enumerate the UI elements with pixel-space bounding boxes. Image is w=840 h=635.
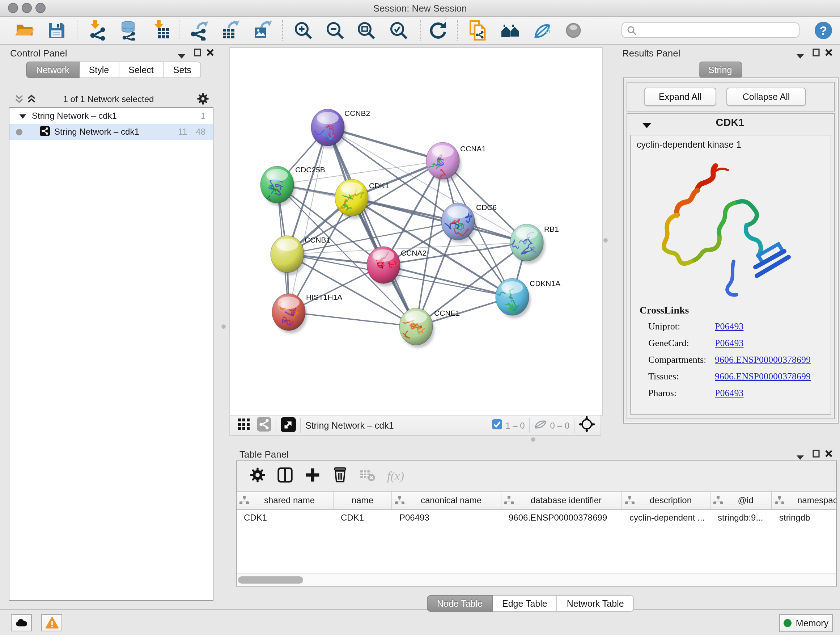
table-cell[interactable]: CDK1 bbox=[333, 513, 392, 523]
selected-checkbox-icon[interactable] bbox=[492, 419, 502, 432]
collapse-all-networks-icon[interactable] bbox=[14, 94, 24, 106]
cloud-status-button[interactable] bbox=[11, 614, 32, 631]
warning-status-button[interactable] bbox=[41, 614, 62, 631]
collection-expand-icon[interactable] bbox=[19, 111, 26, 121]
tab-edge-table[interactable]: Edge Table bbox=[493, 595, 557, 612]
show-columns-icon[interactable] bbox=[277, 467, 293, 485]
node-CCNA2[interactable]: CCNA2 bbox=[367, 247, 426, 287]
import-network-file-icon[interactable] bbox=[88, 20, 108, 41]
network-canvas[interactable]: CCNB2CCNA1CDC25BCDK1CDC6RB1CCNB1CCNA2CDK… bbox=[229, 47, 603, 416]
right-splitter-handle[interactable] bbox=[603, 238, 608, 242]
column-type-icon bbox=[775, 496, 784, 505]
results-panel-menu-icon[interactable] bbox=[797, 51, 804, 61]
network-row-selected[interactable]: String Network – cdk1 11 48 bbox=[9, 124, 213, 140]
hide-eye-icon[interactable] bbox=[532, 20, 552, 41]
expand-all-networks-icon[interactable] bbox=[27, 94, 36, 106]
zoom-selected-icon[interactable] bbox=[388, 20, 409, 41]
table-body[interactable]: CDK1CDK1P064939606.ENSP00000378699cyclin… bbox=[237, 510, 836, 573]
search-input[interactable] bbox=[622, 22, 799, 38]
table-panel-title: Table Panel bbox=[240, 449, 289, 460]
table-cell[interactable]: cyclin-dependent ... bbox=[622, 513, 711, 523]
add-column-icon[interactable] bbox=[305, 467, 321, 485]
node-CCNA1[interactable]: CCNA1 bbox=[426, 142, 486, 182]
tab-network[interactable]: Network bbox=[26, 62, 80, 78]
zoom-in-icon[interactable] bbox=[293, 20, 313, 41]
results-panel-close-icon[interactable] bbox=[825, 49, 833, 59]
column-header-label: shared name bbox=[264, 495, 315, 505]
edge-CCNB2-HIST1H1A[interactable] bbox=[289, 127, 328, 312]
node-CCNE1[interactable]: CCNE1 bbox=[399, 308, 460, 348]
column-header-namespace[interactable]: namespace bbox=[772, 492, 837, 509]
grid-view-icon[interactable] bbox=[238, 418, 249, 432]
hide-all-panels-icon[interactable] bbox=[501, 20, 521, 41]
results-panel-float-icon[interactable] bbox=[813, 49, 820, 59]
tab-style[interactable]: Style bbox=[80, 62, 119, 78]
column-header-database-identifier[interactable]: database identifier bbox=[501, 492, 622, 509]
open-session-icon[interactable] bbox=[14, 20, 35, 41]
birds-eye-view-icon[interactable] bbox=[579, 416, 595, 434]
table-header-row[interactable]: shared namenamecanonical namedatabase id… bbox=[237, 491, 836, 510]
column-header--id[interactable]: @id bbox=[711, 492, 772, 509]
crosslink-link[interactable]: P06493 bbox=[715, 337, 744, 348]
network-options-gear-icon[interactable] bbox=[197, 93, 209, 107]
table-panel-float-icon[interactable] bbox=[813, 450, 820, 460]
table-cell[interactable]: 9606.ENSP00000378699 bbox=[501, 513, 622, 523]
control-panel-close-icon[interactable] bbox=[206, 49, 214, 59]
refresh-layout-icon[interactable] bbox=[428, 20, 448, 41]
save-session-icon[interactable] bbox=[46, 20, 66, 41]
help-icon[interactable]: ? bbox=[813, 20, 834, 41]
export-network-icon[interactable] bbox=[189, 20, 209, 41]
tab-string[interactable]: String bbox=[699, 62, 742, 78]
collapse-all-button[interactable]: Collapse All bbox=[726, 88, 806, 106]
title-bar: Session: New Session bbox=[0, 0, 840, 17]
zoom-out-icon[interactable] bbox=[325, 20, 345, 41]
network-graph[interactable]: CCNB2CCNA1CDC25BCDK1CDC6RB1CCNB1CCNA2CDK… bbox=[230, 48, 602, 415]
table-cell[interactable]: stringdb bbox=[772, 513, 837, 523]
node-CDKN1A[interactable]: CDKN1A bbox=[493, 279, 561, 318]
expand-all-button[interactable]: Expand All bbox=[644, 88, 716, 106]
table-panel-close-icon[interactable] bbox=[825, 450, 833, 460]
crosslink-link[interactable]: 9606.ENSP00000378699 bbox=[715, 371, 811, 382]
node-CDC6[interactable]: CDC6 bbox=[441, 203, 497, 243]
import-network-database-icon[interactable] bbox=[118, 20, 139, 41]
tab-network-table[interactable]: Network Table bbox=[557, 595, 634, 612]
control-panel-menu-icon[interactable] bbox=[178, 51, 185, 61]
column-header-shared-name[interactable]: shared name bbox=[237, 492, 333, 509]
delete-column-icon[interactable] bbox=[332, 467, 348, 485]
column-header-canonical-name[interactable]: canonical name bbox=[392, 492, 501, 509]
tab-sets[interactable]: Sets bbox=[164, 62, 202, 78]
node-HIST1H1A[interactable]: HIST1H1A bbox=[272, 293, 342, 333]
network-collection-row[interactable]: String Network – cdk1 1 bbox=[9, 108, 213, 124]
control-panel-float-icon[interactable] bbox=[194, 49, 201, 59]
export-table-icon[interactable] bbox=[220, 20, 240, 41]
column-header-description[interactable]: description bbox=[622, 492, 711, 509]
tab-select[interactable]: Select bbox=[119, 62, 164, 78]
hscrollbar-thumb[interactable] bbox=[238, 576, 303, 584]
copy-style-document-icon[interactable] bbox=[468, 20, 488, 41]
network-badge-gray-icon[interactable] bbox=[257, 417, 271, 434]
table-row[interactable]: CDK1CDK1P064939606.ENSP00000378699cyclin… bbox=[237, 510, 836, 526]
table-cell[interactable]: CDK1 bbox=[237, 513, 333, 523]
import-table-icon[interactable] bbox=[151, 20, 172, 41]
crosslink-link[interactable]: 9606.ENSP00000378699 bbox=[715, 354, 811, 365]
edge-CDK1-RB1[interactable] bbox=[352, 198, 527, 242]
edge-HIST1H1A-CCNE1[interactable] bbox=[289, 312, 416, 326]
node-CDK1[interactable]: CDK1 bbox=[335, 179, 389, 219]
left-splitter-handle[interactable] bbox=[221, 325, 226, 329]
zoom-fit-icon[interactable] bbox=[356, 20, 376, 41]
table-settings-gear-icon[interactable] bbox=[249, 467, 265, 485]
table-cell[interactable]: stringdb:9... bbox=[711, 513, 772, 523]
crosslink-link[interactable]: P06493 bbox=[715, 320, 744, 332]
search-field[interactable] bbox=[637, 24, 799, 36]
column-header-name[interactable]: name bbox=[333, 492, 392, 509]
node-CCNB2[interactable]: CCNB2 bbox=[311, 109, 370, 149]
crosslink-link[interactable]: P06493 bbox=[715, 387, 744, 399]
table-cell[interactable]: P06493 bbox=[392, 513, 501, 523]
table-hscrollbar[interactable] bbox=[237, 573, 836, 586]
tab-node-table[interactable]: Node Table bbox=[427, 595, 493, 612]
bottom-splitter-handle[interactable] bbox=[531, 437, 535, 442]
node-RB1[interactable]: RB1 bbox=[509, 224, 559, 264]
open-in-browser-icon[interactable] bbox=[281, 417, 296, 434]
export-image-icon[interactable] bbox=[252, 20, 272, 41]
memory-status-button[interactable]: Memory bbox=[779, 614, 833, 632]
